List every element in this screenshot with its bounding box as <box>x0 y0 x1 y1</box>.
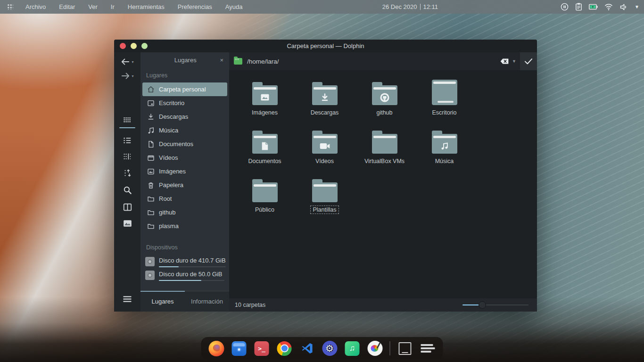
clock-date: 26 Dec 2020 <box>382 3 417 10</box>
back-history-caret-icon[interactable]: ▾ <box>132 60 133 64</box>
dock: >_ ⚙ ♫ <box>201 337 443 360</box>
menu-ayuda[interactable]: Ayuda <box>219 0 249 14</box>
status-bar: 10 carpetas <box>229 298 537 312</box>
sidebar-item-disk-410[interactable]: Disco duro de 410.7 GiB <box>140 255 229 268</box>
sidebar-item-descargas[interactable]: Descargas <box>142 110 227 123</box>
back-button[interactable]: ▾ <box>121 58 133 66</box>
desktop-folder-icon <box>432 80 457 105</box>
media-pause-icon[interactable] <box>561 3 569 11</box>
dock-color-picker-icon[interactable] <box>367 341 383 356</box>
image-glyph-icon <box>260 93 270 101</box>
dock-terminal-icon[interactable]: >_ <box>254 341 270 356</box>
folder-view[interactable]: Imágenes Descargas github Escrit <box>229 70 537 298</box>
disk-usage-bar <box>159 280 224 281</box>
menu-ver[interactable]: Ver <box>82 0 104 14</box>
sidebar-item-videos[interactable]: Vídeos <box>142 151 227 165</box>
menu-editar[interactable]: Editar <box>52 0 82 14</box>
dock-system-settings-icon[interactable]: ⚙ <box>322 341 338 356</box>
dock-show-desktop-icon[interactable] <box>397 341 413 356</box>
clock-time: 12:11 <box>423 3 438 10</box>
volume-icon[interactable] <box>619 3 628 11</box>
forward-history-caret-icon[interactable]: ▾ <box>132 74 133 78</box>
dock-music-player-icon[interactable]: ♫ <box>345 341 360 356</box>
forward-button[interactable]: ▾ <box>121 72 133 80</box>
search-button[interactable] <box>123 186 132 195</box>
clock[interactable]: 26 Dec 2020 12:11 <box>382 3 438 10</box>
zoom-slider[interactable] <box>462 304 528 305</box>
tab-lugares[interactable]: Lugares <box>140 291 185 312</box>
menu-ir[interactable]: Ir <box>104 0 121 14</box>
dock-task-list-icon[interactable] <box>420 341 436 356</box>
folder-tile-github[interactable]: github <box>355 77 414 125</box>
sidebar-item-documentos[interactable]: Documentos <box>142 137 227 151</box>
folder-tile-publico[interactable]: Público <box>235 174 295 222</box>
preview-button[interactable] <box>123 220 132 227</box>
devices-section-label: Dispositivos <box>140 239 229 255</box>
accept-location-button[interactable] <box>520 52 537 70</box>
tray-expand-chevron-icon[interactable]: ▼ <box>635 4 639 9</box>
sidebar-item-musica[interactable]: Música <box>142 123 227 137</box>
menu-archivo[interactable]: Archivo <box>19 0 52 14</box>
path-dropdown-caret-icon[interactable]: ▼ <box>512 59 516 64</box>
icons-view-button[interactable] <box>119 116 135 128</box>
list-view-button[interactable] <box>123 137 132 144</box>
sidebar-item-carpeta-personal[interactable]: Carpeta personal <box>142 82 227 96</box>
folder-tile-escritorio[interactable]: Escritorio <box>414 77 474 125</box>
wifi-icon[interactable] <box>604 3 613 10</box>
app-grid-icon <box>7 4 13 10</box>
download-icon <box>147 113 155 121</box>
location-bar[interactable]: /home/lara/ ▼ <box>229 52 537 70</box>
folder-icon <box>252 182 278 202</box>
dolphin-window: Carpeta personal — Dolphin ▾ ▾ <box>114 40 537 312</box>
folder-tile-imagenes[interactable]: Imágenes <box>235 77 295 125</box>
split-view-button[interactable] <box>123 203 132 211</box>
maximize-button[interactable] <box>141 43 148 49</box>
sidebar-item-root[interactable]: Root <box>142 192 227 206</box>
sidebar-item-papelera[interactable]: Papelera <box>142 178 227 192</box>
minimize-button[interactable] <box>131 43 137 49</box>
folder-tile-documentos[interactable]: Documentos <box>235 125 295 174</box>
clock-separator <box>420 4 421 10</box>
places-close-icon[interactable]: × <box>219 57 224 64</box>
compact-view-button[interactable] <box>123 153 132 160</box>
sidebar-item-imagenes[interactable]: Imágenes <box>142 165 227 178</box>
home-folder-icon <box>234 58 242 65</box>
sidebar-item-escritorio[interactable]: Escritorio <box>142 96 227 110</box>
sidebar-item-disk-50[interactable]: Disco duro de 50.0 GiB <box>140 268 229 282</box>
folder-icon <box>312 85 338 105</box>
clipboard-icon[interactable] <box>575 3 582 11</box>
close-button[interactable] <box>120 43 126 49</box>
folder-tile-virtualbox-vms[interactable]: VirtualBox VMs <box>355 125 414 174</box>
clear-path-button[interactable] <box>500 58 509 65</box>
sidebar-item-plasma[interactable]: plasma <box>142 219 227 233</box>
active-view-indicator <box>119 127 135 128</box>
preview-image-icon <box>123 220 132 227</box>
battery-icon[interactable] <box>589 3 598 10</box>
toolbar-strip: ▾ ▾ <box>114 52 140 312</box>
dock-chrome-icon[interactable] <box>277 341 292 356</box>
window-titlebar[interactable]: Carpeta personal — Dolphin <box>114 40 537 52</box>
dock-firefox-icon[interactable] <box>209 341 224 356</box>
hamburger-icon <box>122 295 132 303</box>
list-view-icon <box>123 137 132 144</box>
sort-button[interactable] <box>123 169 132 177</box>
image-icon <box>147 168 155 175</box>
dock-files-icon[interactable] <box>231 341 247 356</box>
video-icon <box>147 154 155 162</box>
menu-preferencias[interactable]: Preferencias <box>171 0 219 14</box>
folder-icon <box>147 209 155 216</box>
folder-tile-descargas[interactable]: Descargas <box>295 77 355 125</box>
dock-vscode-icon[interactable] <box>299 341 315 356</box>
app-launcher-button[interactable] <box>5 2 15 12</box>
music-glyph-icon <box>440 141 449 151</box>
folder-tile-plantillas[interactable]: Plantillas <box>295 174 355 222</box>
location-path[interactable]: /home/lara/ <box>247 58 500 65</box>
folder-tile-videos[interactable]: Vídeos <box>295 125 355 174</box>
zoom-slider-handle[interactable] <box>479 301 486 309</box>
menu-herramientas[interactable]: Herramientas <box>121 0 171 14</box>
tab-informacion[interactable]: Información <box>185 291 229 312</box>
menu-button[interactable] <box>122 295 132 305</box>
places-panel: Lugares × Lugares Carpeta personal Escri… <box>140 52 229 312</box>
folder-tile-musica[interactable]: Música <box>414 125 474 174</box>
sidebar-item-github[interactable]: github <box>142 206 227 219</box>
